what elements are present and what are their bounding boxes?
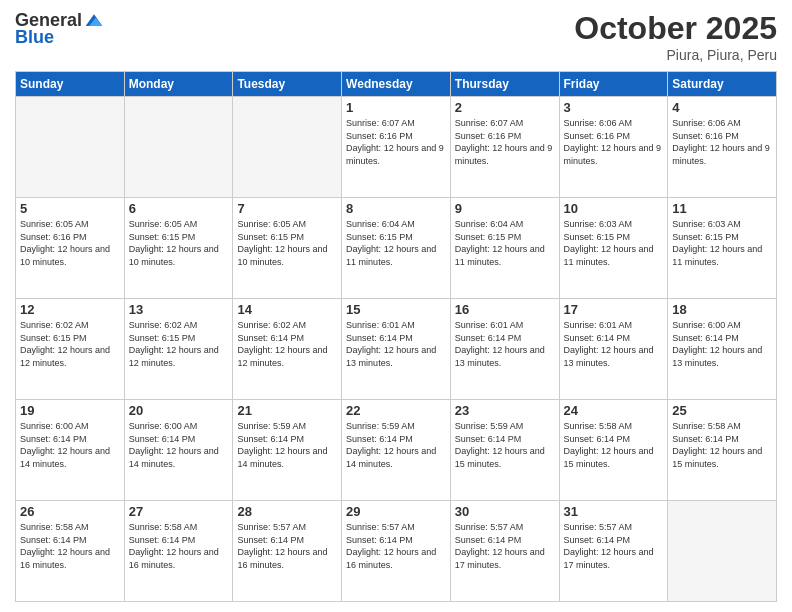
table-row: 1Sunrise: 6:07 AMSunset: 6:16 PMDaylight… [342, 97, 451, 198]
table-row: 20Sunrise: 6:00 AMSunset: 6:14 PMDayligh… [124, 400, 233, 501]
header-wednesday: Wednesday [342, 72, 451, 97]
table-row: 17Sunrise: 6:01 AMSunset: 6:14 PMDayligh… [559, 299, 668, 400]
day-info: Sunrise: 6:00 AMSunset: 6:14 PMDaylight:… [20, 420, 120, 470]
day-info: Sunrise: 5:59 AMSunset: 6:14 PMDaylight:… [455, 420, 555, 470]
day-info: Sunrise: 5:58 AMSunset: 6:14 PMDaylight:… [129, 521, 229, 571]
table-row: 5Sunrise: 6:05 AMSunset: 6:16 PMDaylight… [16, 198, 125, 299]
table-row: 8Sunrise: 6:04 AMSunset: 6:15 PMDaylight… [342, 198, 451, 299]
day-info: Sunrise: 6:04 AMSunset: 6:15 PMDaylight:… [346, 218, 446, 268]
day-number: 9 [455, 201, 555, 216]
header-monday: Monday [124, 72, 233, 97]
calendar-week-4: 26Sunrise: 5:58 AMSunset: 6:14 PMDayligh… [16, 501, 777, 602]
day-number: 15 [346, 302, 446, 317]
table-row: 2Sunrise: 6:07 AMSunset: 6:16 PMDaylight… [450, 97, 559, 198]
day-info: Sunrise: 5:58 AMSunset: 6:14 PMDaylight:… [20, 521, 120, 571]
day-info: Sunrise: 5:57 AMSunset: 6:14 PMDaylight:… [237, 521, 337, 571]
day-number: 21 [237, 403, 337, 418]
day-info: Sunrise: 6:05 AMSunset: 6:15 PMDaylight:… [237, 218, 337, 268]
table-row: 29Sunrise: 5:57 AMSunset: 6:14 PMDayligh… [342, 501, 451, 602]
day-number: 16 [455, 302, 555, 317]
table-row [668, 501, 777, 602]
day-number: 30 [455, 504, 555, 519]
table-row: 10Sunrise: 6:03 AMSunset: 6:15 PMDayligh… [559, 198, 668, 299]
table-row: 12Sunrise: 6:02 AMSunset: 6:15 PMDayligh… [16, 299, 125, 400]
day-number: 25 [672, 403, 772, 418]
table-row: 23Sunrise: 5:59 AMSunset: 6:14 PMDayligh… [450, 400, 559, 501]
table-row: 30Sunrise: 5:57 AMSunset: 6:14 PMDayligh… [450, 501, 559, 602]
location-subtitle: Piura, Piura, Peru [574, 47, 777, 63]
header-thursday: Thursday [450, 72, 559, 97]
table-row: 25Sunrise: 5:58 AMSunset: 6:14 PMDayligh… [668, 400, 777, 501]
day-number: 1 [346, 100, 446, 115]
day-info: Sunrise: 6:05 AMSunset: 6:16 PMDaylight:… [20, 218, 120, 268]
day-info: Sunrise: 6:00 AMSunset: 6:14 PMDaylight:… [129, 420, 229, 470]
day-info: Sunrise: 6:06 AMSunset: 6:16 PMDaylight:… [564, 117, 664, 167]
month-title: October 2025 [574, 10, 777, 47]
day-number: 13 [129, 302, 229, 317]
table-row: 26Sunrise: 5:58 AMSunset: 6:14 PMDayligh… [16, 501, 125, 602]
table-row: 18Sunrise: 6:00 AMSunset: 6:14 PMDayligh… [668, 299, 777, 400]
day-number: 20 [129, 403, 229, 418]
day-number: 3 [564, 100, 664, 115]
day-number: 17 [564, 302, 664, 317]
table-row: 22Sunrise: 5:59 AMSunset: 6:14 PMDayligh… [342, 400, 451, 501]
calendar-week-3: 19Sunrise: 6:00 AMSunset: 6:14 PMDayligh… [16, 400, 777, 501]
day-info: Sunrise: 6:06 AMSunset: 6:16 PMDaylight:… [672, 117, 772, 167]
day-info: Sunrise: 6:04 AMSunset: 6:15 PMDaylight:… [455, 218, 555, 268]
day-info: Sunrise: 5:57 AMSunset: 6:14 PMDaylight:… [346, 521, 446, 571]
day-number: 18 [672, 302, 772, 317]
header: General Blue October 2025 Piura, Piura, … [15, 10, 777, 63]
day-number: 29 [346, 504, 446, 519]
header-saturday: Saturday [668, 72, 777, 97]
table-row [233, 97, 342, 198]
table-row: 13Sunrise: 6:02 AMSunset: 6:15 PMDayligh… [124, 299, 233, 400]
day-number: 19 [20, 403, 120, 418]
day-info: Sunrise: 6:01 AMSunset: 6:14 PMDaylight:… [346, 319, 446, 369]
calendar-week-2: 12Sunrise: 6:02 AMSunset: 6:15 PMDayligh… [16, 299, 777, 400]
day-number: 11 [672, 201, 772, 216]
table-row: 27Sunrise: 5:58 AMSunset: 6:14 PMDayligh… [124, 501, 233, 602]
day-info: Sunrise: 6:02 AMSunset: 6:14 PMDaylight:… [237, 319, 337, 369]
calendar-week-1: 5Sunrise: 6:05 AMSunset: 6:16 PMDaylight… [16, 198, 777, 299]
calendar-week-0: 1Sunrise: 6:07 AMSunset: 6:16 PMDaylight… [16, 97, 777, 198]
day-number: 2 [455, 100, 555, 115]
table-row [124, 97, 233, 198]
table-row: 28Sunrise: 5:57 AMSunset: 6:14 PMDayligh… [233, 501, 342, 602]
title-block: October 2025 Piura, Piura, Peru [574, 10, 777, 63]
day-info: Sunrise: 6:07 AMSunset: 6:16 PMDaylight:… [455, 117, 555, 167]
day-number: 26 [20, 504, 120, 519]
calendar-table: Sunday Monday Tuesday Wednesday Thursday… [15, 71, 777, 602]
table-row: 31Sunrise: 5:57 AMSunset: 6:14 PMDayligh… [559, 501, 668, 602]
table-row: 9Sunrise: 6:04 AMSunset: 6:15 PMDaylight… [450, 198, 559, 299]
logo: General Blue [15, 10, 104, 48]
table-row: 14Sunrise: 6:02 AMSunset: 6:14 PMDayligh… [233, 299, 342, 400]
table-row: 6Sunrise: 6:05 AMSunset: 6:15 PMDaylight… [124, 198, 233, 299]
day-info: Sunrise: 6:03 AMSunset: 6:15 PMDaylight:… [672, 218, 772, 268]
day-number: 10 [564, 201, 664, 216]
day-info: Sunrise: 5:59 AMSunset: 6:14 PMDaylight:… [237, 420, 337, 470]
day-number: 28 [237, 504, 337, 519]
day-info: Sunrise: 6:02 AMSunset: 6:15 PMDaylight:… [129, 319, 229, 369]
page: General Blue October 2025 Piura, Piura, … [0, 0, 792, 612]
day-number: 24 [564, 403, 664, 418]
day-info: Sunrise: 5:58 AMSunset: 6:14 PMDaylight:… [672, 420, 772, 470]
header-friday: Friday [559, 72, 668, 97]
day-info: Sunrise: 5:59 AMSunset: 6:14 PMDaylight:… [346, 420, 446, 470]
day-number: 7 [237, 201, 337, 216]
table-row: 7Sunrise: 6:05 AMSunset: 6:15 PMDaylight… [233, 198, 342, 299]
day-info: Sunrise: 6:07 AMSunset: 6:16 PMDaylight:… [346, 117, 446, 167]
logo-blue: Blue [15, 27, 54, 48]
day-info: Sunrise: 6:02 AMSunset: 6:15 PMDaylight:… [20, 319, 120, 369]
day-info: Sunrise: 6:01 AMSunset: 6:14 PMDaylight:… [455, 319, 555, 369]
table-row: 24Sunrise: 5:58 AMSunset: 6:14 PMDayligh… [559, 400, 668, 501]
day-info: Sunrise: 6:01 AMSunset: 6:14 PMDaylight:… [564, 319, 664, 369]
table-row: 15Sunrise: 6:01 AMSunset: 6:14 PMDayligh… [342, 299, 451, 400]
day-number: 4 [672, 100, 772, 115]
day-info: Sunrise: 5:57 AMSunset: 6:14 PMDaylight:… [564, 521, 664, 571]
day-info: Sunrise: 6:00 AMSunset: 6:14 PMDaylight:… [672, 319, 772, 369]
day-number: 5 [20, 201, 120, 216]
day-number: 22 [346, 403, 446, 418]
logo-icon [84, 11, 104, 31]
table-row: 16Sunrise: 6:01 AMSunset: 6:14 PMDayligh… [450, 299, 559, 400]
day-number: 27 [129, 504, 229, 519]
